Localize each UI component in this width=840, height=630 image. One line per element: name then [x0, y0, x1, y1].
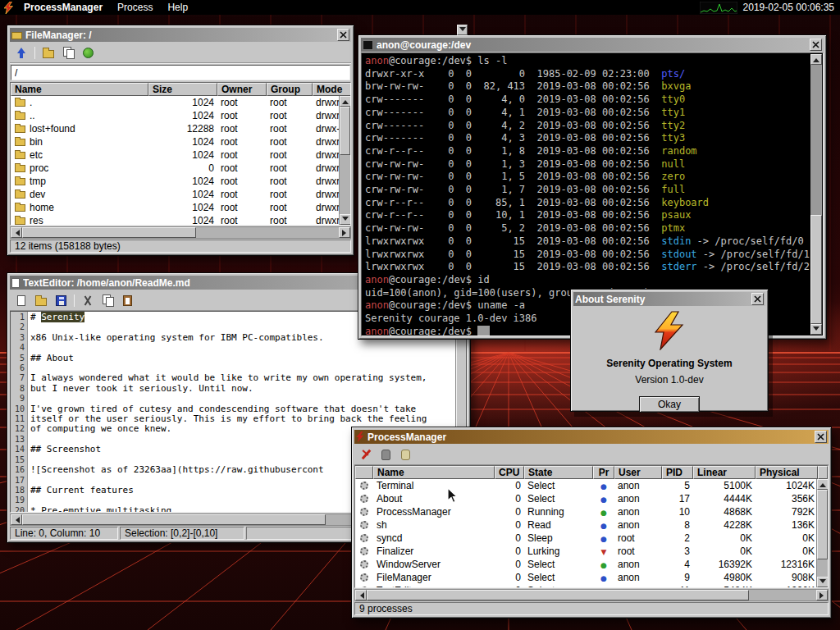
folder-icon [15, 99, 25, 107]
dropdown-button[interactable] [457, 25, 468, 35]
process-cell: 0 [495, 492, 524, 505]
file-row[interactable]: dev1024rootrootdrwxr-xr-x [11, 188, 350, 201]
processmanager-titlebar[interactable]: ProcessManager [354, 430, 829, 444]
column-header-cpu[interactable]: CPU [495, 466, 524, 479]
scrollbar-thumb[interactable] [22, 227, 196, 238]
copy-button[interactable] [59, 44, 77, 61]
file-row[interactable]: etc1024rootrootdrwxr-xr-x [11, 148, 350, 162]
process-row[interactable]: FileManager0Select●anon94980K908K [355, 571, 828, 584]
save-button[interactable] [52, 292, 70, 308]
column-header-size[interactable]: Size [148, 83, 217, 96]
about-titlebar[interactable]: About Serenity [573, 292, 765, 306]
file-row[interactable]: res1024rootrootdrwxr-xr-x [11, 214, 350, 225]
scrollbar-thumb[interactable] [817, 490, 828, 559]
scrollbar-track[interactable] [367, 590, 816, 600]
okay-button[interactable]: Okay [639, 396, 700, 413]
file-row[interactable]: ..1024rootrootdrwxr-xr-x [11, 109, 350, 122]
paste-button[interactable] [118, 292, 136, 308]
process-row[interactable]: WindowServer0Select●anon416392K12316K [355, 558, 828, 571]
column-header-pid[interactable]: PID [662, 466, 693, 479]
new-button[interactable] [12, 292, 30, 308]
scrollbar-thumb[interactable] [810, 215, 822, 324]
process-row[interactable]: syncd0Sleep●root20K0K [355, 532, 828, 545]
scrollbar-track[interactable] [340, 107, 350, 214]
column-header-state[interactable]: State [524, 466, 593, 479]
vertical-scrollbar[interactable] [339, 96, 350, 225]
file-row[interactable]: tmp1024rootrootdrwxrwxrwx [11, 175, 350, 188]
column-header-user[interactable]: User [614, 466, 662, 479]
cut-button[interactable] [79, 292, 97, 308]
scroll-down-button[interactable] [810, 324, 822, 335]
about-dialog[interactable]: About Serenity Serenity Operating System… [570, 289, 769, 412]
column-header-blank[interactable] [355, 466, 373, 479]
location-input[interactable] [11, 65, 350, 80]
column-header-owner[interactable]: Owner [217, 83, 267, 96]
column-header-linear[interactable]: Linear [693, 466, 756, 479]
copy-button[interactable] [98, 292, 116, 308]
vertical-scrollbar[interactable] [816, 479, 828, 587]
file-row[interactable]: lost+found12288rootrootdrwx------ [11, 122, 350, 135]
scrollbar-thumb[interactable] [367, 590, 749, 600]
file-row[interactable]: proc0rootrootdrwxrwxrwx [11, 162, 350, 175]
file-row[interactable]: bin1024rootrootdrwxr-xr-x [11, 135, 350, 148]
continue-process-button[interactable] [396, 446, 414, 463]
new-directory-button[interactable] [39, 44, 57, 61]
paste-icon [123, 295, 132, 306]
processmanager-window[interactable]: ProcessManager NameCPUStatePrUserPIDLine… [351, 427, 832, 619]
column-header-name[interactable]: Name [373, 466, 495, 479]
scroll-right-button[interactable] [339, 227, 350, 238]
column-header-name[interactable]: Name [11, 83, 148, 96]
close-button[interactable] [337, 29, 349, 41]
open-button[interactable] [32, 292, 50, 308]
close-button[interactable] [815, 431, 827, 443]
menubar-menu-process[interactable]: Process [110, 0, 160, 15]
scroll-left-button[interactable] [11, 514, 22, 525]
filemanager-titlebar[interactable]: FileManager: / [10, 28, 351, 42]
file-row[interactable]: home1024rootrootdrwxr-xr-x [11, 201, 350, 214]
stop-process-button[interactable] [377, 446, 395, 463]
go-up-button[interactable] [12, 44, 30, 61]
terminal-titlebar[interactable]: anon@courage:/dev [361, 38, 824, 52]
file-row[interactable]: .1024rootrootdrwxr-xr-x [11, 96, 350, 109]
kill-process-button[interactable] [357, 446, 375, 463]
process-row[interactable]: sh0Read●anon84228K136K [355, 518, 828, 532]
scroll-up-button[interactable] [810, 54, 822, 65]
scroll-left-button[interactable] [11, 227, 22, 238]
scrollbar-thumb[interactable] [340, 107, 350, 155]
menubar-menu-help[interactable]: Help [160, 0, 195, 15]
terminal-scrollbar[interactable] [810, 54, 822, 335]
filemanager-window[interactable]: FileManager: / NameSizeOwnerGroupMode .1… [7, 25, 354, 256]
process-cell: Select [524, 492, 593, 505]
scroll-down-button[interactable] [817, 577, 829, 587]
column-header-group[interactable]: Group [267, 83, 313, 96]
scroll-down-button[interactable] [340, 214, 351, 225]
scroll-left-button[interactable] [355, 590, 367, 600]
horizontal-scrollbar[interactable] [10, 226, 351, 239]
line-number: 3 [11, 333, 25, 343]
horizontal-scrollbar[interactable] [354, 589, 829, 601]
scrollbar-thumb[interactable] [22, 514, 326, 525]
close-button[interactable] [810, 39, 822, 51]
close-button[interactable] [751, 293, 764, 305]
line-number: 1 [11, 313, 25, 322]
delete-button[interactable] [79, 44, 97, 61]
column-header-pr[interactable]: Pr [593, 466, 614, 479]
process-row[interactable]: About0Select●anon174444K356K [355, 492, 828, 505]
process-cell: 3 [662, 545, 693, 558]
process-cell: 4 [662, 558, 693, 571]
process-row[interactable]: TextEditor0Select●anon115484K1996K [355, 584, 828, 587]
process-row[interactable]: Finalizer0Lurking▼root30K0K [355, 545, 828, 558]
scroll-right-button[interactable] [816, 590, 828, 600]
cpu-graph-applet[interactable] [700, 2, 737, 14]
scroll-up-button[interactable] [817, 479, 829, 490]
scrollbar-track[interactable] [817, 490, 828, 577]
process-row[interactable]: Terminal0Select●anon55100K1024K [355, 479, 828, 492]
menubar-menu-processmanager[interactable]: ProcessManager [16, 0, 110, 15]
scrollbar-track[interactable] [810, 65, 822, 324]
scrollbar-track[interactable] [22, 227, 339, 238]
process-cell: Lurking [524, 545, 593, 558]
column-header-mode[interactable]: Mode [313, 83, 350, 96]
scroll-up-button[interactable] [340, 96, 351, 107]
process-row[interactable]: ProcessManager0Running●anon104868K792K [355, 505, 828, 518]
column-header-physical[interactable]: Physical [756, 466, 818, 479]
